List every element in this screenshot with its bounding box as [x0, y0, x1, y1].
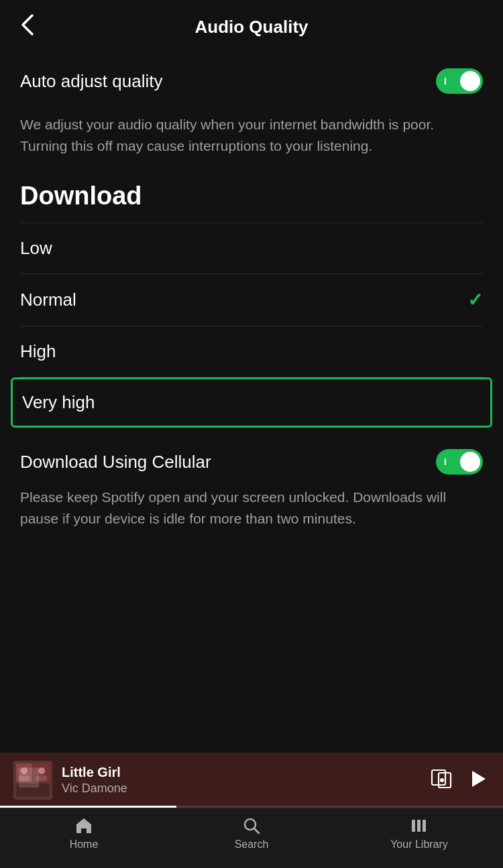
library-nav-label: Your Library	[390, 839, 448, 851]
svg-marker-11	[472, 771, 486, 787]
auto-adjust-row: Auto adjust quality I	[20, 54, 483, 109]
svg-point-5	[38, 767, 45, 774]
auto-adjust-description: We adjust your audio quality when your i…	[20, 109, 483, 175]
album-art-image	[13, 761, 52, 800]
page-title: Audio Quality	[195, 17, 309, 38]
cellular-toggle-i: I	[444, 456, 447, 467]
toggle-thumb	[460, 71, 480, 91]
main-content: Auto adjust quality I We adjust your aud…	[0, 54, 503, 548]
search-nav-label: Search	[235, 839, 269, 851]
svg-rect-1	[16, 763, 32, 782]
cellular-row: Download Using Cellular I	[20, 434, 483, 481]
toggle-i-label: I	[444, 76, 447, 86]
svg-rect-14	[412, 820, 415, 832]
play-button[interactable]	[467, 767, 490, 793]
track-artist: Vic Damone	[62, 782, 421, 796]
normal-checkmark: ✓	[467, 289, 483, 311]
auto-adjust-toggle[interactable]: I	[436, 68, 483, 94]
cellular-label: Download Using Cellular	[20, 452, 211, 473]
quality-option-low[interactable]: Low	[20, 223, 483, 274]
svg-rect-3	[16, 784, 50, 797]
search-icon	[242, 816, 261, 835]
connect-device-icon[interactable]	[431, 767, 453, 793]
quality-very-high-label: Very high	[22, 392, 95, 413]
now-playing-controls	[431, 767, 490, 793]
now-playing-bar[interactable]: Little Girl Vic Damone	[0, 753, 503, 808]
nav-item-search[interactable]: Search	[168, 816, 335, 851]
cellular-toggle-thumb	[460, 452, 480, 472]
bottom-navigation: Home Search Your Library	[0, 808, 503, 868]
album-art	[13, 761, 52, 800]
svg-rect-7	[36, 776, 47, 781]
quality-low-label: Low	[20, 238, 52, 259]
library-icon	[410, 816, 429, 835]
quality-option-high[interactable]: High	[20, 326, 483, 377]
quality-normal-label: Normal	[20, 290, 76, 310]
nav-item-home[interactable]: Home	[0, 816, 168, 851]
back-button[interactable]	[20, 13, 35, 42]
quality-options-list: Low Normal ✓ High Very high	[20, 223, 483, 428]
svg-point-4	[21, 767, 27, 774]
nav-item-library[interactable]: Your Library	[335, 816, 503, 851]
svg-rect-6	[19, 776, 30, 781]
auto-adjust-label: Auto adjust quality	[20, 71, 162, 92]
header: Audio Quality	[0, 0, 503, 54]
download-section-title: Download	[20, 175, 483, 223]
svg-rect-16	[423, 820, 426, 832]
quality-option-normal[interactable]: Normal ✓	[20, 274, 483, 326]
cellular-description: Please keep Spotify open and your screen…	[20, 481, 483, 548]
quality-option-very-high[interactable]: Very high	[11, 377, 492, 428]
home-icon	[74, 816, 93, 835]
svg-line-13	[254, 828, 259, 833]
svg-rect-15	[417, 820, 421, 832]
track-title: Little Girl	[62, 765, 421, 780]
quality-high-label: High	[20, 341, 56, 362]
home-nav-label: Home	[70, 839, 99, 851]
svg-point-10	[440, 778, 444, 782]
track-info: Little Girl Vic Damone	[62, 765, 421, 796]
cellular-toggle[interactable]: I	[436, 449, 483, 475]
